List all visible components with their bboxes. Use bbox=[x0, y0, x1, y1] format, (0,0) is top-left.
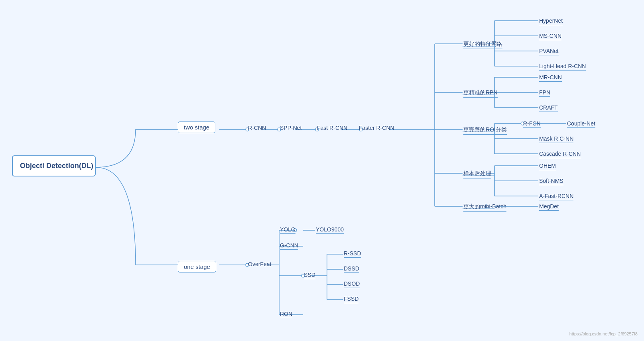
r-ssd: R-SSD bbox=[344, 250, 361, 258]
sppnet-node: SPP-Net bbox=[280, 125, 301, 131]
couple-net: Couple-Net bbox=[567, 120, 595, 128]
one-stage-label: one stage bbox=[184, 263, 210, 270]
watermark: https://blog.csdn.net/fcp_2f69257f8 bbox=[569, 331, 638, 336]
hypernet: HyperNet bbox=[539, 18, 563, 25]
overfeat: OverFeat bbox=[248, 261, 271, 267]
soft-nms: Soft-NMS bbox=[539, 178, 563, 185]
yolo: YOLO bbox=[280, 226, 295, 234]
dsod: DSOD bbox=[344, 280, 360, 288]
megdet: MegDet bbox=[539, 203, 559, 211]
yolo9000: YOLO9000 bbox=[316, 226, 344, 234]
fast-rcnn-node: Fast R-CNN bbox=[317, 125, 347, 131]
two-stage-node: two stage bbox=[178, 122, 215, 133]
light-head: Light-Head R-CNN bbox=[539, 63, 586, 71]
two-stage-label: two stage bbox=[184, 124, 209, 131]
ssd: SSD bbox=[304, 272, 315, 279]
a-fast-rcnn: A-Fast-RCNN bbox=[539, 193, 573, 200]
mind-map-canvas: Objecti Detection(DL) two stage one stag… bbox=[0, 0, 644, 341]
r-fcn: R-FCN bbox=[523, 120, 541, 128]
root-node: Objecti Detection(DL) bbox=[12, 155, 96, 176]
g-cnn: G-CNN bbox=[280, 242, 298, 250]
ron: RON bbox=[280, 311, 292, 318]
ohem: OHEM bbox=[539, 163, 556, 170]
rcnn-node: R-CNN bbox=[248, 125, 266, 131]
cascade-rcnn: Cascade R-CNN bbox=[539, 151, 581, 158]
cat-sample: 样本后处理 bbox=[463, 170, 491, 178]
fpn: FPN bbox=[539, 89, 550, 97]
root-label: Objecti Detection(DL) bbox=[20, 162, 93, 170]
watermark-text: https://blog.csdn.net/fcp_2f69257f8 bbox=[569, 331, 638, 336]
mr-cnn: MR-CNN bbox=[539, 74, 562, 82]
ms-cnn: MS-CNN bbox=[539, 33, 561, 40]
mask-rcnn: Mask R C-NN bbox=[539, 135, 573, 143]
dssd: DSSD bbox=[344, 265, 359, 273]
one-stage-node: one stage bbox=[178, 261, 216, 272]
faster-rcnn-node: Faster R-CNN bbox=[359, 125, 394, 131]
craft: CRAFT bbox=[539, 104, 558, 112]
pvanet: PVANet bbox=[539, 48, 559, 55]
cat-feature-network: 更好的特征网络 bbox=[463, 41, 502, 49]
cat-rpn: 更精准的RPN bbox=[463, 89, 498, 98]
cat-minibatch: 更大的mini-Batch bbox=[463, 203, 506, 212]
cat-roi: 更完善的ROI分类 bbox=[463, 126, 507, 135]
fssd: FSSD bbox=[344, 296, 358, 303]
